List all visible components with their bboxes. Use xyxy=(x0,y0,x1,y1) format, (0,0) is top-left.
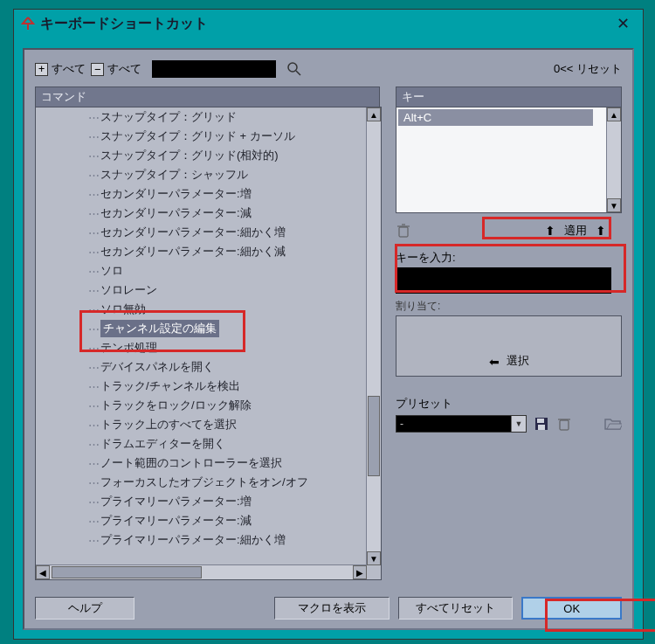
tree-item-label: スナップタイプ：グリッド(相対的) xyxy=(100,148,279,163)
assign-label: 割り当て: xyxy=(396,299,622,314)
tree-item[interactable]: ⋯スナップタイプ：グリッド xyxy=(36,107,367,127)
scroll-down-icon[interactable]: ▼ xyxy=(367,551,381,565)
reset-all-button[interactable]: すべてリセット xyxy=(398,597,513,620)
tree-item[interactable]: ⋯トラック/チャンネルを検出 xyxy=(36,377,367,396)
arrow-up-icon: ⬆ xyxy=(596,224,606,238)
command-tree[interactable]: ⋯スナップタイプ：グリッド⋯スナップタイプ：グリッド + カーソル⋯スナップタイ… xyxy=(35,107,382,580)
tree-branch-icon: ⋯ xyxy=(88,322,99,336)
svg-rect-7 xyxy=(538,425,545,430)
tree-item[interactable]: ⋯ソロレーン xyxy=(36,280,367,300)
client-area: + すべて − すべて 0<< リセット コマンド ⋯スナップタイプ：グリッド⋯… xyxy=(23,48,634,630)
collapse-all[interactable]: − すべて xyxy=(91,61,141,77)
tree-item-label: テンポ処理 xyxy=(100,340,157,356)
tree-item-label: トラックをロック/ロック解除 xyxy=(100,398,252,413)
top-toolbar: + すべて − すべて 0<< リセット xyxy=(35,59,622,80)
tree-item[interactable]: ⋯デバイスパネルを開く xyxy=(36,357,367,377)
expand-all-label: すべて xyxy=(52,61,86,77)
close-icon[interactable]: ✕ xyxy=(610,14,636,33)
titlebar[interactable]: キーボードショートカット ✕ xyxy=(14,10,643,38)
save-preset-icon[interactable] xyxy=(534,416,549,432)
hscroll-thumb[interactable] xyxy=(52,566,202,578)
tree-item-label: トラック上のすべてを選択 xyxy=(100,417,237,433)
preset-value: - xyxy=(400,418,403,430)
svg-line-1 xyxy=(296,71,300,75)
assigned-keys-list[interactable]: Alt+C ▲ ▼ xyxy=(396,107,622,213)
tree-item[interactable]: ⋯セカンダリーパラメーター:細かく減 xyxy=(36,242,367,261)
assigned-key-item[interactable]: Alt+C xyxy=(398,109,593,126)
tree-item[interactable]: ⋯トラック上のすべてを選択 xyxy=(36,415,367,434)
plus-icon[interactable]: + xyxy=(35,63,48,76)
tree-item-label: トラック/チャンネルを検出 xyxy=(100,378,240,394)
key-input-field[interactable] xyxy=(396,267,611,294)
show-macro-button[interactable]: マクロを表示 xyxy=(274,597,389,620)
horizontal-scrollbar[interactable]: ◀ ▶ xyxy=(36,564,367,579)
tree-item[interactable]: ⋯ドラムエディターを開く xyxy=(36,434,367,454)
scroll-up-icon[interactable]: ▲ xyxy=(367,107,381,121)
scroll-down-icon[interactable]: ▼ xyxy=(607,198,621,212)
tree-branch-icon: ⋯ xyxy=(88,303,99,316)
tree-item[interactable]: ⋯セカンダリーパラメーター:細かく増 xyxy=(36,223,367,242)
help-button[interactable]: ヘルプ xyxy=(35,597,134,620)
tree-item-label: フォーカスしたオブジェクトをオン/オフ xyxy=(100,474,308,490)
tree-item-label: セカンダリーパラメーター:細かく減 xyxy=(100,244,286,260)
expand-all[interactable]: + すべて xyxy=(35,61,86,77)
tree-item-label: プライマリーパラメーター:増 xyxy=(100,494,252,509)
tree-branch-icon: ⋯ xyxy=(88,438,99,451)
search-icon[interactable] xyxy=(286,61,302,77)
tree-branch-icon: ⋯ xyxy=(88,111,99,124)
tree-item[interactable]: ⋯プライマリーパラメーター:増 xyxy=(36,492,367,511)
command-panel: コマンド ⋯スナップタイプ：グリッド⋯スナップタイプ：グリッド + カーソル⋯ス… xyxy=(35,87,380,580)
tree-item[interactable]: ⋯スナップタイプ：シャッフル xyxy=(36,165,367,184)
preset-row: - ▼ xyxy=(396,415,622,433)
search-input[interactable] xyxy=(152,60,276,78)
apply-button[interactable]: ⬆ 適用 ⬆ xyxy=(529,221,622,240)
tree-item[interactable]: ⋯スナップタイプ：グリッド + カーソル xyxy=(36,127,367,146)
tree-branch-icon: ⋯ xyxy=(88,399,99,412)
ok-button[interactable]: OK xyxy=(521,597,622,620)
chevron-down-icon[interactable]: ▼ xyxy=(511,416,526,432)
tree-item[interactable]: ⋯セカンダリーパラメーター:増 xyxy=(36,184,367,204)
scroll-right-icon[interactable]: ▶ xyxy=(353,565,367,579)
tree-branch-icon: ⋯ xyxy=(88,188,99,201)
scroll-left-icon[interactable]: ◀ xyxy=(36,565,50,579)
reset-all-label: すべてリセット xyxy=(416,600,495,616)
tree-item-label: セカンダリーパラメーター:減 xyxy=(100,205,252,221)
preset-select[interactable]: - ▼ xyxy=(396,415,527,433)
keys-scrollbar[interactable]: ▲ ▼ xyxy=(606,107,621,212)
select-button[interactable]: 選択 xyxy=(507,353,529,369)
tree-branch-icon: ⋯ xyxy=(88,419,99,432)
tree-branch-icon: ⋯ xyxy=(88,284,99,297)
scroll-thumb[interactable] xyxy=(368,396,380,476)
tree-branch-icon: ⋯ xyxy=(88,534,99,547)
delete-key-icon[interactable] xyxy=(396,223,411,239)
tree-item-label: プライマリーパラメーター:細かく増 xyxy=(100,532,286,548)
vertical-scrollbar[interactable]: ▲ ▼ xyxy=(366,107,381,565)
tree-item-label: スナップタイプ：シャッフル xyxy=(100,167,248,183)
reset-counter-label: 0<< リセット xyxy=(554,61,622,77)
key-input-label: キーを入力: xyxy=(396,250,622,266)
delete-preset-icon[interactable] xyxy=(556,416,572,432)
tree-item[interactable]: ⋯トラックをロック/ロック解除 xyxy=(36,396,367,415)
tree-item-label: ノート範囲のコントローラーを選択 xyxy=(100,455,282,471)
arrow-left-icon: ⬅ xyxy=(489,355,500,369)
help-label: ヘルプ xyxy=(68,600,102,616)
reset-counter[interactable]: 0<< リセット xyxy=(554,61,622,77)
tree-item[interactable]: ⋯ノート範囲のコントローラーを選択 xyxy=(36,454,367,473)
tree-branch-icon: ⋯ xyxy=(88,265,99,278)
open-preset-icon[interactable] xyxy=(604,417,622,431)
tree-item[interactable]: ⋯ソロ無効 xyxy=(36,300,367,319)
tree-item[interactable]: ⋯フォーカスしたオブジェクトをオン/オフ xyxy=(36,473,367,492)
minus-icon[interactable]: − xyxy=(91,63,104,76)
tree-item[interactable]: ⋯チャンネル設定の編集 xyxy=(36,319,367,338)
tree-item-label: セカンダリーパラメーター:細かく増 xyxy=(100,225,286,240)
tree-item[interactable]: ⋯ソロ xyxy=(36,261,367,280)
scroll-up-icon[interactable]: ▲ xyxy=(607,107,621,121)
tree-item[interactable]: ⋯プライマリーパラメーター:減 xyxy=(36,511,367,530)
tree-item[interactable]: ⋯テンポ処理 xyxy=(36,338,367,357)
tree-item[interactable]: ⋯スナップタイプ：グリッド(相対的) xyxy=(36,146,367,165)
tree-item[interactable]: ⋯セカンダリーパラメーター:減 xyxy=(36,204,367,223)
svg-rect-2 xyxy=(399,227,408,237)
tree-item[interactable]: ⋯プライマリーパラメーター:細かく増 xyxy=(36,530,367,550)
arrow-up-icon: ⬆ xyxy=(545,224,555,238)
apply-label: 適用 xyxy=(564,223,587,239)
